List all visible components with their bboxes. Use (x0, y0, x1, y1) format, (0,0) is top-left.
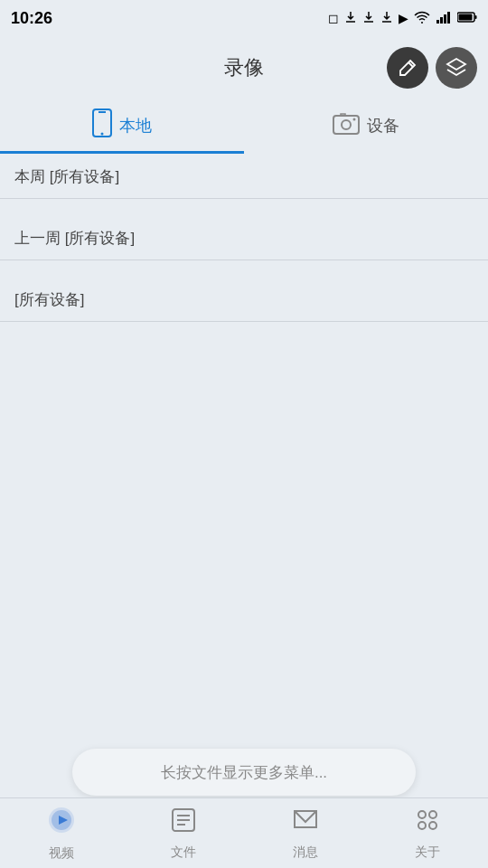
svg-point-14 (101, 132, 104, 135)
tab-local[interactable]: 本地 (0, 99, 244, 154)
tab-local-label: 本地 (119, 115, 152, 137)
nav-item-files[interactable]: 文件 (122, 806, 244, 861)
divider-2 (0, 259, 488, 260)
svg-rect-6 (444, 14, 446, 24)
notification-icon: ◻ (328, 11, 339, 25)
svg-point-3 (421, 22, 423, 24)
svg-point-17 (353, 118, 356, 120)
header-title: 录像 (224, 54, 264, 81)
bottom-tooltip: 长按文件显示更多菜单... (72, 749, 416, 796)
header: 录像 (0, 36, 488, 99)
section-all-devices: [所有设备] (0, 277, 488, 322)
tab-device-label: 设备 (367, 115, 399, 137)
video-icon (46, 805, 77, 842)
download-icon-3 (380, 11, 393, 26)
svg-rect-9 (459, 14, 473, 21)
section-this-week: 本周 [所有设备] (0, 154, 488, 199)
tooltip-text: 长按文件显示更多菜单... (161, 762, 327, 783)
edit-button[interactable] (387, 47, 428, 89)
wifi-icon (414, 11, 430, 26)
download-icon-1 (344, 11, 357, 26)
content: 本周 [所有设备] 上一周 [所有设备] [所有设备] (0, 154, 488, 685)
phone-icon (92, 108, 112, 143)
status-time: 10:26 (11, 9, 52, 28)
messages-icon (291, 806, 320, 841)
divider-3 (0, 321, 488, 322)
nav-item-video[interactable]: 视频 (0, 805, 122, 862)
nav-label-messages: 消息 (293, 844, 318, 861)
status-bar: 10:26 ◻ ▶ (0, 0, 488, 36)
signal-icon (436, 11, 452, 26)
tab-device[interactable]: 设备 (244, 99, 488, 154)
svg-point-16 (342, 120, 351, 129)
section-last-week: 上一周 [所有设备] (0, 215, 488, 260)
section-all-devices-header: [所有设备] (0, 277, 488, 321)
svg-point-27 (418, 822, 426, 829)
svg-rect-10 (475, 15, 477, 19)
svg-point-26 (429, 811, 436, 818)
svg-point-28 (429, 822, 436, 829)
tabs: 本地 设备 (0, 99, 488, 154)
svg-point-25 (418, 811, 426, 818)
section-this-week-header: 本周 [所有设备] (0, 154, 488, 198)
camera-icon (333, 111, 360, 140)
divider-1 (0, 198, 488, 199)
about-icon (413, 806, 442, 841)
layers-button[interactable] (436, 47, 477, 89)
nav-label-about: 关于 (415, 844, 440, 861)
nav-label-video: 视频 (49, 845, 74, 862)
svg-rect-7 (447, 12, 450, 24)
battery-icon (457, 11, 477, 25)
section-last-week-header: 上一周 [所有设备] (0, 215, 488, 259)
nav-item-messages[interactable]: 消息 (244, 806, 366, 861)
status-icons: ◻ ▶ (328, 11, 477, 26)
svg-rect-4 (436, 20, 439, 24)
svg-rect-5 (440, 17, 443, 24)
svg-marker-11 (447, 59, 465, 70)
nav-label-files: 文件 (171, 844, 196, 861)
header-buttons (387, 47, 477, 89)
files-icon (169, 806, 198, 841)
empty-area (0, 324, 488, 685)
bottom-nav: 视频 文件 消息 (0, 797, 488, 868)
nav-item-about[interactable]: 关于 (366, 806, 488, 861)
play-icon: ▶ (399, 11, 408, 25)
download-icon-2 (362, 11, 375, 26)
